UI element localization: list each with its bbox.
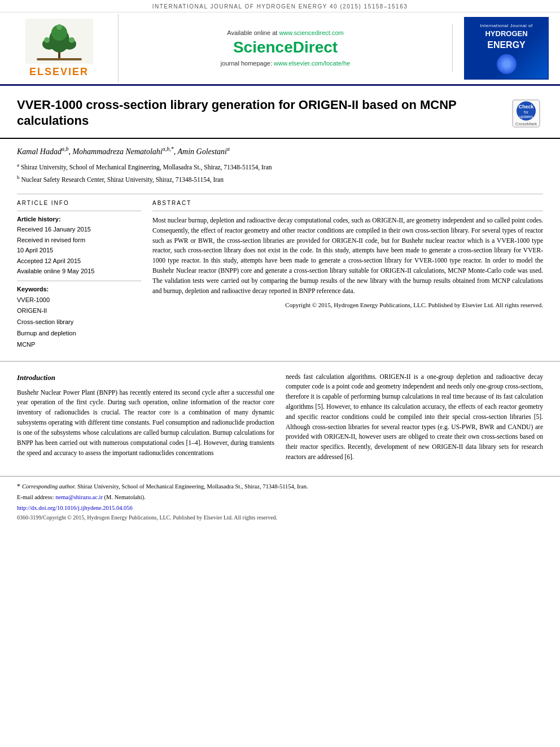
article-title: VVER-1000 cross-section library generati… [17, 97, 506, 129]
keyword-4: Burnup and depletion [17, 328, 141, 339]
elsevier-logo-block: ELSEVIER [0, 14, 119, 82]
available-online-text: Available online at www.sciencedirect.co… [130, 29, 441, 36]
author-divider [17, 194, 543, 194]
authors-section: Kamal Hadada,b, Mohammadreza Nematolahia… [0, 139, 560, 189]
banner-text: INTERNATIONAL JOURNAL OF HYDROGEN ENERGY… [152, 3, 408, 10]
elsevier-wordmark: ELSEVIER [29, 66, 89, 78]
abstract-header: ABSTRACT [152, 200, 543, 206]
keyword-2: ORIGEN-II [17, 305, 141, 317]
crossmark-icon[interactable]: Check for updates CrossMark [512, 99, 540, 128]
author-2-sup: a,b,* [163, 146, 174, 152]
history-available: Available online 9 May 2015 [17, 267, 141, 276]
email-label: E-mail address: [17, 494, 55, 500]
history-revised-date: 10 April 2015 [17, 246, 141, 255]
corresponding-author-note: * Corresponding author. Shiraz Universit… [17, 481, 543, 491]
journal-banner: INTERNATIONAL JOURNAL OF HYDROGEN ENERGY… [0, 0, 560, 12]
svg-text:for: for [524, 110, 529, 114]
info-header-divider [17, 211, 141, 211]
affil-2-sup: b [17, 174, 20, 180]
keyword-5: MCNP [17, 339, 141, 351]
hydrogen-energy-logo: International Journal of HYDROGEN ENERGY [464, 17, 549, 80]
svg-point-8 [56, 24, 62, 30]
crossmark-svg: Check for updates [515, 101, 537, 121]
available-label: Available online at [227, 29, 277, 36]
sciencedirect-url[interactable]: www.sciencedirect.com [279, 29, 343, 36]
he-intl-label: International Journal of [472, 23, 541, 29]
email-link[interactable]: nema@shirazu.ac.ir [55, 494, 103, 500]
keywords-header: Keywords: [17, 286, 141, 292]
email-line: E-mail address: nema@shirazu.ac.ir (M. N… [17, 493, 543, 502]
authors-line: Kamal Hadada,b, Mohammadreza Nematolahia… [17, 146, 543, 156]
journal-homepage-label: journal homepage: [221, 60, 272, 67]
history-header: Article history: [17, 216, 141, 222]
introduction-title: Introduction [17, 372, 274, 383]
author-1: Kamal Hadad [17, 147, 62, 156]
footnote-star: * [17, 482, 22, 490]
article-info-header: ARTICLE INFO [17, 200, 141, 206]
crossmark-block: Check for updates CrossMark [512, 99, 543, 128]
svg-point-7 [69, 37, 75, 43]
intro-para-2: needs fast calculation algorithms. ORIGE… [286, 372, 543, 462]
affiliation-2: b Nuclear Safety Research Center, Shiraz… [17, 173, 543, 185]
author-3-sup: a [227, 146, 230, 152]
main-body: Introduction Bushehr Nuclear Power Plant… [0, 361, 560, 473]
body-col-left: Introduction Bushehr Nuclear Power Plant… [17, 372, 274, 467]
svg-rect-9 [37, 58, 82, 60]
affiliations: a Shiraz University, School of Mechanica… [17, 161, 543, 185]
email-name: (M. Nematolahi). [104, 494, 146, 500]
footnotes-section: * Corresponding author. Shiraz Universit… [0, 476, 560, 523]
doi-line: http://dx.doi.org/10.1016/j.ijhydene.201… [17, 504, 543, 513]
corresponding-label: Corresponding author. [22, 483, 76, 490]
sciencedirect-block: Available online at www.sciencedirect.co… [119, 24, 453, 72]
keyword-3: Cross-section library [17, 317, 141, 328]
author-3: Amin Golestani [178, 147, 228, 156]
header-area: ELSEVIER Available online at www.science… [0, 12, 560, 86]
history-received: Received 16 January 2015 [17, 225, 141, 234]
copyright-footer: 0360-3199/Copyright © 2015, Hydrogen Ene… [17, 514, 543, 521]
intro-para-1: Bushehr Nuclear Power Plant (BNPP) has r… [17, 388, 274, 458]
author-2: Mohammadreza Nematolahi [72, 147, 162, 156]
keywords-list: VVER-1000 ORIGEN-II Cross-section librar… [17, 295, 141, 351]
svg-point-6 [44, 37, 50, 43]
history-keywords-divider [17, 281, 141, 281]
body-col-right: needs fast calculation algorithms. ORIGE… [286, 372, 543, 467]
crossmark-label: CrossMark [515, 121, 537, 126]
journal-homepage-url[interactable]: www.elsevier.com/locate/he [274, 60, 350, 67]
corresponding-affil: Shiraz University, School of Mechanical … [77, 483, 308, 490]
affiliation-1: a Shiraz University, School of Mechanica… [17, 161, 543, 172]
abstract-header-divider [152, 211, 543, 211]
history-revised-label: Received in revised form [17, 235, 141, 245]
info-abstract-section: ARTICLE INFO Article history: Received 1… [0, 200, 560, 350]
he-name2: ENERGY [472, 39, 541, 51]
abstract-copyright: Copyright © 2015, Hydrogen Energy Public… [152, 301, 543, 309]
title-section: VVER-1000 cross-section library generati… [0, 86, 560, 139]
svg-text:updates: updates [519, 115, 533, 119]
affil-1-sup: a [17, 162, 19, 168]
author-1-sup: a,b [62, 146, 69, 152]
journal-homepage: journal homepage: www.elsevier.com/locat… [130, 60, 441, 67]
abstract-col: ABSTRACT Most nuclear burnup, depletion … [152, 200, 543, 350]
he-circle-icon [497, 54, 517, 74]
article-info-col: ARTICLE INFO Article history: Received 1… [17, 200, 141, 350]
doi-link[interactable]: http://dx.doi.org/10.1016/j.ijhydene.201… [17, 505, 133, 511]
svg-text:Check: Check [519, 103, 533, 109]
title-block: VVER-1000 cross-section library generati… [17, 97, 506, 129]
elsevier-logo: ELSEVIER [25, 19, 93, 78]
hydrogen-energy-block: International Journal of HYDROGEN ENERGY [453, 12, 560, 84]
body-two-col: Introduction Bushehr Nuclear Power Plant… [17, 372, 543, 467]
he-name1: HYDROGEN [472, 29, 541, 39]
abstract-text: Most nuclear burnup, depletion and radio… [152, 216, 543, 296]
sciencedirect-logo: ScienceDirect [130, 38, 441, 56]
affil-2-text: Nuclear Safety Research Center, Shiraz U… [21, 176, 224, 183]
elsevier-tree-icon [25, 19, 93, 64]
history-accepted: Accepted 12 April 2015 [17, 256, 141, 266]
keyword-1: VVER-1000 [17, 295, 141, 306]
affil-1-text: Shiraz University, School of Mechanical … [21, 163, 272, 170]
